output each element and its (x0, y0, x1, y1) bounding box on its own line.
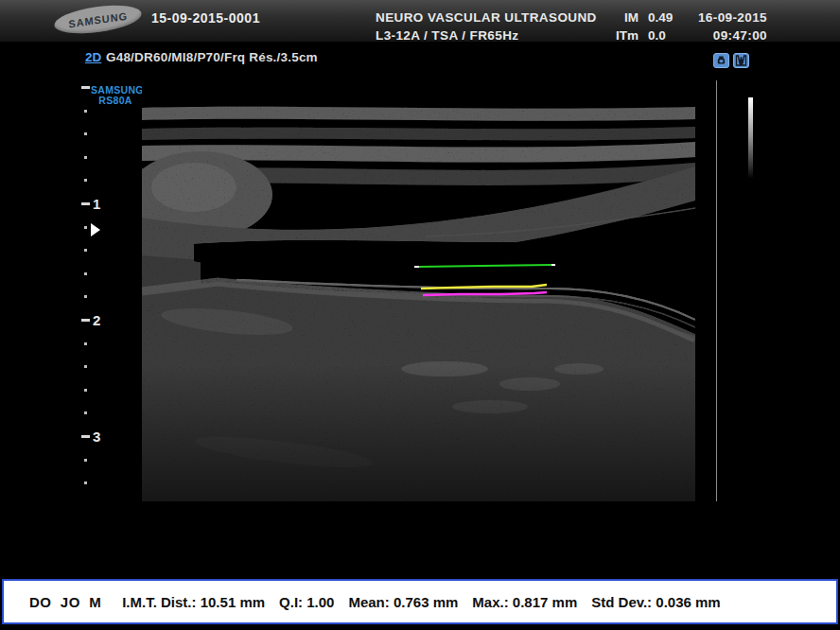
mode-2d-label[interactable]: 2D (85, 50, 101, 64)
datetime-block: 16-09-2015 09:47:00 (698, 9, 767, 44)
ultrasound-screen: SAMSUNG 15-09-2015-0001 NEURO VASCULAR U… (0, 0, 840, 630)
mi-value: 0.49 (648, 9, 690, 26)
ruler-major-tick (81, 202, 90, 205)
mi-label: IM (608, 9, 639, 26)
ruler-major-tick (81, 319, 90, 322)
ruler-major-tick (81, 435, 90, 438)
image-panel-separator (716, 80, 717, 501)
exam-time: 09:47:00 (698, 26, 767, 44)
probe-icon[interactable] (713, 53, 729, 68)
ruler-minor-tick (84, 459, 87, 462)
stddev-result: Std Dev.: 0.036 mm (591, 594, 720, 610)
study-title: NEURO VASCULAR ULTRASOUND (376, 9, 597, 26)
ruler-minor-tick (84, 389, 87, 392)
max-result: Max.: 0.817 mm (472, 594, 577, 610)
ruler-minor-tick (84, 272, 87, 275)
focus-marker-icon[interactable] (91, 223, 100, 236)
exam-date: 16-09-2015 (698, 9, 767, 26)
ruler-minor-tick (84, 295, 87, 298)
imt-distance-result: I.M.T. Dist.: 10.51 mm (122, 594, 265, 610)
samsung-logo: SAMSUNG (53, 1, 144, 39)
dual-image-icon[interactable] (733, 53, 749, 68)
ruler-depth-label: 3 (93, 429, 106, 445)
ruler-minor-tick (84, 226, 87, 229)
grayscale-map-bar (748, 97, 753, 179)
ruler-minor-tick (84, 156, 87, 159)
ruler-depth-label: 1 (93, 196, 106, 212)
mean-result: Mean: 0.763 mm (348, 594, 458, 610)
ruler-depth-label: 2 (93, 312, 106, 328)
patient-id: 15-09-2015-0001 (151, 10, 260, 26)
patient-name: DO JO M (29, 594, 101, 610)
acoustic-output-block: IM 0.49 ITm 0.0 (608, 9, 690, 44)
ruler-minor-tick (84, 110, 87, 113)
ti-value: 0.0 (648, 26, 690, 44)
top-status-bar: SAMSUNG 15-09-2015-0001 NEURO VASCULAR U… (0, 0, 840, 43)
ruler-major-tick (81, 86, 90, 89)
device-model-label: SAMSUNG RS80A (91, 85, 140, 106)
quality-index-result: Q.I: 1.00 (279, 594, 334, 610)
mode-parameter-bar: 2D G48/DR60/MI8/P70/Frq Rés./3.5cm (0, 44, 840, 74)
ruler-minor-tick (84, 481, 87, 484)
samsung-logo-text: SAMSUNG (68, 9, 128, 29)
ruler-minor-tick (84, 132, 87, 135)
study-block: NEURO VASCULAR ULTRASOUND L3-12A / TSA /… (376, 9, 597, 44)
ruler-minor-tick (84, 249, 87, 252)
imaging-parameters: G48/DR60/MI8/P70/Frq Rés./3.5cm (106, 50, 318, 64)
ultrasound-b-mode-image[interactable] (142, 85, 695, 501)
probe-info: L3-12A / TSA / FR65Hz (376, 26, 597, 44)
ruler-minor-tick (84, 411, 87, 414)
ruler-minor-tick (84, 342, 87, 345)
ti-label: ITm (608, 26, 639, 44)
ruler-minor-tick (84, 179, 87, 182)
measurement-results-bar: DO JO M I.M.T. Dist.: 10.51 mm Q.I: 1.00… (2, 579, 838, 624)
ruler-minor-tick (84, 365, 87, 368)
